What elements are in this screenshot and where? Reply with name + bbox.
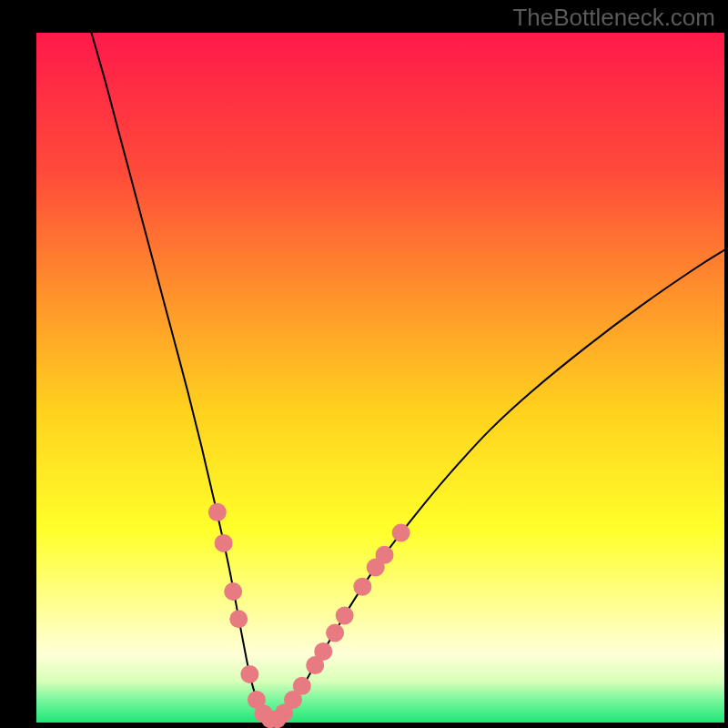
chart-background <box>36 33 724 723</box>
highlight-point <box>314 642 332 661</box>
highlight-point <box>353 578 371 596</box>
highlight-point <box>392 524 410 542</box>
highlight-point <box>326 623 344 642</box>
bottleneck-chart <box>0 0 728 728</box>
highlight-point <box>208 503 227 521</box>
highlight-point <box>224 582 242 601</box>
chart-frame: TheBottleneck.com <box>0 0 728 728</box>
highlight-point <box>293 677 311 695</box>
highlight-point <box>336 607 354 625</box>
highlight-point <box>240 665 258 683</box>
highlight-point <box>215 534 233 552</box>
highlight-point <box>376 546 394 564</box>
highlight-point <box>229 610 248 628</box>
